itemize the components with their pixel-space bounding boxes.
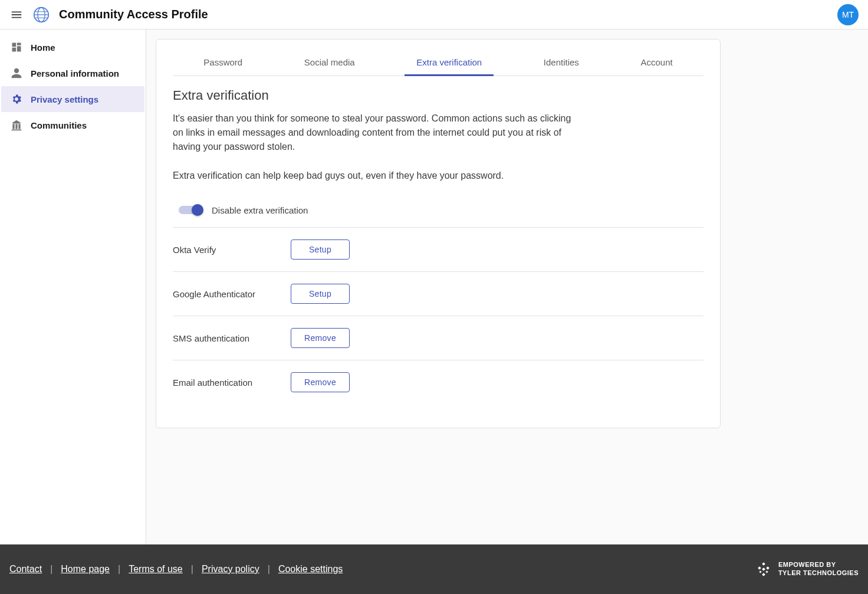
brand-line-2: TYLER TECHNOLOGIES [778, 569, 859, 577]
tab-password[interactable]: Password [192, 49, 254, 76]
factor-name: SMS authentication [173, 333, 291, 343]
svg-rect-6 [758, 566, 761, 570]
separator: | [191, 564, 193, 575]
section-description-2: Extra verification can help keep bad guy… [173, 170, 703, 181]
factor-list: Okta Verify Setup Google Authenticator S… [173, 227, 703, 404]
footer-links: Contact | Home page | Terms of use | Pri… [9, 564, 343, 575]
main-content: Password Social media Extra verification… [146, 29, 868, 544]
sidebar-item-communities[interactable]: Communities [1, 112, 144, 138]
separator: | [118, 564, 120, 575]
footer-link-terms[interactable]: Terms of use [129, 564, 183, 575]
page-title: Community Access Profile [59, 8, 208, 21]
tab-social-media[interactable]: Social media [292, 49, 367, 76]
disable-verification-switch[interactable] [179, 205, 202, 215]
tab-identities[interactable]: Identities [532, 49, 591, 76]
footer-link-home[interactable]: Home page [61, 564, 110, 575]
section-title: Extra verification [173, 88, 703, 103]
svg-rect-11 [765, 570, 768, 573]
tyler-logo-icon [755, 560, 772, 578]
topbar: Community Access Profile MT [0, 0, 868, 29]
brand-line-1: EMPOWERED BY [778, 561, 859, 569]
remove-sms-authentication-button[interactable]: Remove [291, 328, 350, 348]
sidebar-item-privacy-settings[interactable]: Privacy settings [1, 86, 144, 112]
section-description-1: It's easier than you think for someone t… [173, 111, 574, 154]
brand-text: EMPOWERED BY TYLER TECHNOLOGIES [778, 561, 859, 577]
svg-rect-9 [762, 573, 765, 576]
svg-rect-10 [759, 570, 761, 573]
setup-okta-verify-button[interactable]: Setup [291, 239, 350, 260]
factor-sms-authentication: SMS authentication Remove [173, 316, 703, 360]
setup-google-authenticator-button[interactable]: Setup [291, 284, 350, 304]
building-icon [8, 119, 25, 131]
factor-name: Okta Verify [173, 245, 291, 255]
sidebar-item-label: Personal information [31, 68, 119, 78]
tab-extra-verification[interactable]: Extra verification [405, 49, 494, 76]
footer-link-privacy[interactable]: Privacy policy [202, 564, 259, 575]
factor-name: Email authentication [173, 378, 291, 388]
switch-thumb [192, 204, 203, 216]
separator: | [50, 564, 52, 575]
toggle-label: Disable extra verification [212, 205, 308, 215]
sidebar-item-home[interactable]: Home [1, 34, 144, 60]
svg-rect-8 [766, 566, 770, 570]
avatar-button[interactable]: MT [837, 4, 859, 25]
avatar-initials: MT [842, 10, 854, 19]
footer-link-cookie[interactable]: Cookie settings [278, 564, 343, 575]
factor-okta-verify: Okta Verify Setup [173, 227, 703, 271]
tabs: Password Social media Extra verification… [173, 49, 703, 76]
disable-verification-toggle-row: Disable extra verification [173, 205, 703, 215]
footer: Contact | Home page | Terms of use | Pri… [0, 544, 868, 594]
tab-account[interactable]: Account [629, 49, 684, 76]
person-icon [8, 67, 25, 79]
sidebar-item-personal-information[interactable]: Personal information [1, 60, 144, 86]
gear-icon [8, 93, 25, 105]
app-logo [33, 6, 50, 23]
factor-email-authentication: Email authentication Remove [173, 360, 703, 404]
sidebar: Home Personal information Privacy settin… [0, 29, 146, 544]
factor-name: Google Authenticator [173, 289, 291, 299]
remove-email-authentication-button[interactable]: Remove [291, 372, 350, 392]
svg-rect-5 [762, 562, 765, 566]
factor-google-authenticator: Google Authenticator Setup [173, 271, 703, 316]
hamburger-menu-button[interactable] [7, 5, 26, 24]
settings-card: Password Social media Extra verification… [156, 39, 721, 428]
footer-link-contact[interactable]: Contact [9, 564, 42, 575]
sidebar-item-label: Communities [31, 120, 87, 130]
svg-rect-7 [762, 567, 765, 571]
footer-brand: EMPOWERED BY TYLER TECHNOLOGIES [755, 560, 859, 578]
separator: | [268, 564, 270, 575]
menu-icon [10, 8, 23, 21]
sidebar-item-label: Privacy settings [31, 94, 98, 104]
dashboard-icon [8, 41, 25, 53]
sidebar-item-label: Home [31, 42, 55, 52]
